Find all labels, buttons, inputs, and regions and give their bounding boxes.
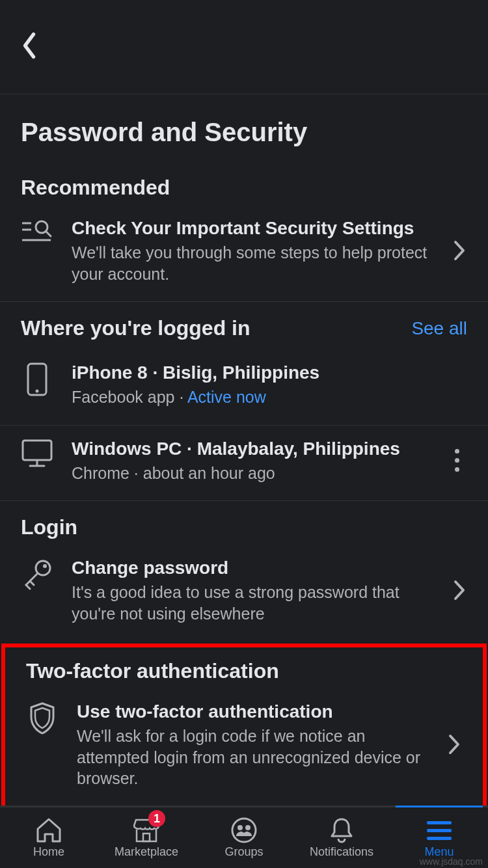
chevron-right-icon xyxy=(448,733,465,755)
svg-point-17 xyxy=(232,819,256,842)
svg-rect-16 xyxy=(143,834,150,841)
page-title: Password and Security xyxy=(0,94,488,165)
more-vertical-icon xyxy=(455,449,459,472)
nav-notifications[interactable]: Notifications xyxy=(293,807,390,868)
row-subtitle: We'll ask for a login code if we notice … xyxy=(77,726,429,789)
device-subtitle: Chrome · about an hour ago xyxy=(72,463,426,484)
svg-point-11 xyxy=(43,564,47,568)
see-all-link[interactable]: See all xyxy=(411,318,467,339)
security-checkup-icon xyxy=(21,217,53,244)
row-subtitle: We'll take you through some steps to hel… xyxy=(72,242,435,284)
bottom-nav: Home 1 Marketplace Groups xyxy=(0,806,488,868)
phone-icon xyxy=(21,361,53,396)
nav-groups[interactable]: Groups xyxy=(195,807,293,868)
nav-home[interactable]: Home xyxy=(0,807,98,868)
watermark: www.jsdaq.com xyxy=(420,856,483,867)
svg-line-14 xyxy=(30,581,34,585)
chevron-right-icon xyxy=(453,239,470,262)
section-header-recommended: Recommended xyxy=(0,165,488,205)
row-subtitle: It's a good idea to use a strong passwor… xyxy=(72,582,435,624)
bell-icon xyxy=(329,817,354,844)
chevron-left-icon xyxy=(21,31,38,60)
header-bar xyxy=(0,0,488,94)
row-check-security-settings[interactable]: Check Your Important Security Settings W… xyxy=(0,205,488,301)
svg-point-18 xyxy=(237,825,243,830)
section-header-logged-in: Where you're logged in See all xyxy=(0,302,488,349)
row-device-iphone[interactable]: iPhone 8 · Bislig, Philippines Facebook … xyxy=(0,349,488,425)
row-device-windows[interactable]: Windows PC · Malaybalay, Philippines Chr… xyxy=(0,426,488,501)
row-title: Check Your Important Security Settings xyxy=(72,217,435,239)
row-change-password[interactable]: Change password It's a good idea to use … xyxy=(0,545,488,641)
row-title: Use two-factor authentication xyxy=(77,700,429,723)
section-header-login: Login xyxy=(0,501,488,545)
notification-badge: 1 xyxy=(148,810,165,827)
svg-point-6 xyxy=(36,390,39,393)
section-header-twofa: Two-factor authentication xyxy=(5,647,483,688)
row-title: Change password xyxy=(72,556,435,579)
menu-icon xyxy=(427,817,452,844)
home-icon xyxy=(35,817,62,844)
desktop-icon xyxy=(21,437,53,468)
groups-icon xyxy=(230,817,258,844)
svg-point-19 xyxy=(245,825,251,830)
device-more-button[interactable] xyxy=(444,449,470,472)
device-subtitle: Facebook app · Active now xyxy=(72,387,470,408)
nav-marketplace[interactable]: 1 Marketplace xyxy=(98,807,195,868)
section-title-logged-in: Where you're logged in xyxy=(21,316,251,340)
svg-rect-7 xyxy=(23,441,51,460)
shield-icon xyxy=(26,700,59,735)
svg-line-4 xyxy=(46,232,51,236)
device-title: Windows PC · Malaybalay, Philippines xyxy=(72,437,426,460)
back-button[interactable] xyxy=(21,31,38,62)
svg-line-13 xyxy=(26,585,30,589)
key-icon xyxy=(21,556,53,590)
device-title: iPhone 8 · Bislig, Philippines xyxy=(72,361,470,384)
chevron-right-icon xyxy=(453,579,470,601)
highlight-twofa: Two-factor authentication Use two-factor… xyxy=(1,644,487,810)
row-use-twofa[interactable]: Use two-factor authentication We'll ask … xyxy=(5,688,483,806)
